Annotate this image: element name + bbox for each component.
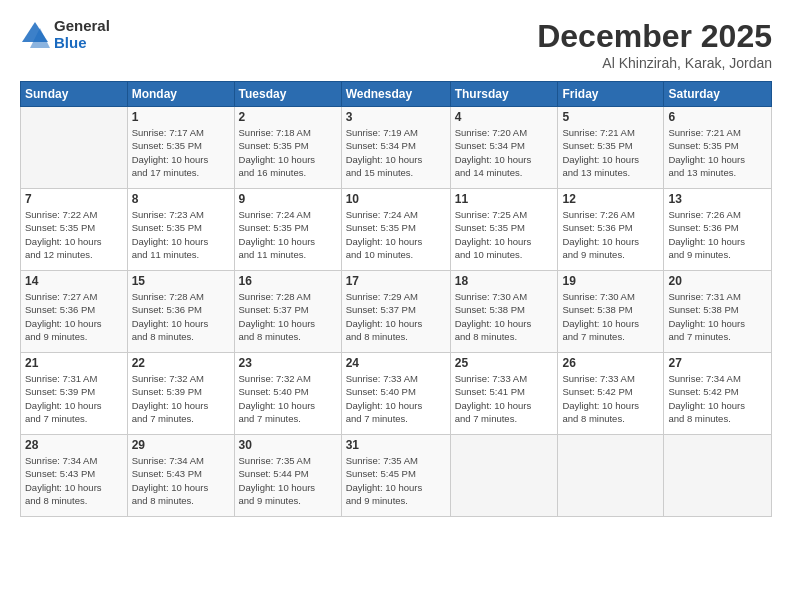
day-number: 1 — [132, 110, 230, 124]
calendar-week-row: 7Sunrise: 7:22 AM Sunset: 5:35 PM Daylig… — [21, 189, 772, 271]
calendar-header-row: SundayMondayTuesdayWednesdayThursdayFrid… — [21, 82, 772, 107]
day-number: 24 — [346, 356, 446, 370]
calendar-cell: 9Sunrise: 7:24 AM Sunset: 5:35 PM Daylig… — [234, 189, 341, 271]
day-info: Sunrise: 7:25 AM Sunset: 5:35 PM Dayligh… — [455, 208, 554, 261]
calendar-week-row: 14Sunrise: 7:27 AM Sunset: 5:36 PM Dayli… — [21, 271, 772, 353]
day-info: Sunrise: 7:30 AM Sunset: 5:38 PM Dayligh… — [562, 290, 659, 343]
calendar-cell: 16Sunrise: 7:28 AM Sunset: 5:37 PM Dayli… — [234, 271, 341, 353]
day-info: Sunrise: 7:30 AM Sunset: 5:38 PM Dayligh… — [455, 290, 554, 343]
day-number: 2 — [239, 110, 337, 124]
day-number: 6 — [668, 110, 767, 124]
calendar-cell: 5Sunrise: 7:21 AM Sunset: 5:35 PM Daylig… — [558, 107, 664, 189]
day-info: Sunrise: 7:21 AM Sunset: 5:35 PM Dayligh… — [668, 126, 767, 179]
day-number: 21 — [25, 356, 123, 370]
calendar-header-wednesday: Wednesday — [341, 82, 450, 107]
calendar-cell: 26Sunrise: 7:33 AM Sunset: 5:42 PM Dayli… — [558, 353, 664, 435]
day-info: Sunrise: 7:34 AM Sunset: 5:43 PM Dayligh… — [132, 454, 230, 507]
calendar-cell: 12Sunrise: 7:26 AM Sunset: 5:36 PM Dayli… — [558, 189, 664, 271]
day-number: 17 — [346, 274, 446, 288]
day-info: Sunrise: 7:18 AM Sunset: 5:35 PM Dayligh… — [239, 126, 337, 179]
day-number: 8 — [132, 192, 230, 206]
day-number: 27 — [668, 356, 767, 370]
day-number: 15 — [132, 274, 230, 288]
day-number: 13 — [668, 192, 767, 206]
day-info: Sunrise: 7:33 AM Sunset: 5:40 PM Dayligh… — [346, 372, 446, 425]
day-info: Sunrise: 7:33 AM Sunset: 5:42 PM Dayligh… — [562, 372, 659, 425]
calendar-cell: 15Sunrise: 7:28 AM Sunset: 5:36 PM Dayli… — [127, 271, 234, 353]
calendar-cell: 21Sunrise: 7:31 AM Sunset: 5:39 PM Dayli… — [21, 353, 128, 435]
logo-icon — [20, 20, 50, 50]
day-info: Sunrise: 7:31 AM Sunset: 5:38 PM Dayligh… — [668, 290, 767, 343]
day-info: Sunrise: 7:22 AM Sunset: 5:35 PM Dayligh… — [25, 208, 123, 261]
day-info: Sunrise: 7:28 AM Sunset: 5:37 PM Dayligh… — [239, 290, 337, 343]
calendar-table: SundayMondayTuesdayWednesdayThursdayFrid… — [20, 81, 772, 517]
day-number: 20 — [668, 274, 767, 288]
day-number: 18 — [455, 274, 554, 288]
day-info: Sunrise: 7:17 AM Sunset: 5:35 PM Dayligh… — [132, 126, 230, 179]
day-number: 28 — [25, 438, 123, 452]
day-number: 29 — [132, 438, 230, 452]
calendar-cell: 20Sunrise: 7:31 AM Sunset: 5:38 PM Dayli… — [664, 271, 772, 353]
calendar-cell: 24Sunrise: 7:33 AM Sunset: 5:40 PM Dayli… — [341, 353, 450, 435]
day-info: Sunrise: 7:34 AM Sunset: 5:43 PM Dayligh… — [25, 454, 123, 507]
day-info: Sunrise: 7:20 AM Sunset: 5:34 PM Dayligh… — [455, 126, 554, 179]
day-info: Sunrise: 7:19 AM Sunset: 5:34 PM Dayligh… — [346, 126, 446, 179]
day-info: Sunrise: 7:33 AM Sunset: 5:41 PM Dayligh… — [455, 372, 554, 425]
day-number: 14 — [25, 274, 123, 288]
day-info: Sunrise: 7:24 AM Sunset: 5:35 PM Dayligh… — [239, 208, 337, 261]
calendar-cell: 19Sunrise: 7:30 AM Sunset: 5:38 PM Dayli… — [558, 271, 664, 353]
calendar-cell: 7Sunrise: 7:22 AM Sunset: 5:35 PM Daylig… — [21, 189, 128, 271]
calendar-cell: 28Sunrise: 7:34 AM Sunset: 5:43 PM Dayli… — [21, 435, 128, 517]
day-number: 10 — [346, 192, 446, 206]
calendar-cell: 4Sunrise: 7:20 AM Sunset: 5:34 PM Daylig… — [450, 107, 558, 189]
day-info: Sunrise: 7:24 AM Sunset: 5:35 PM Dayligh… — [346, 208, 446, 261]
day-number: 16 — [239, 274, 337, 288]
calendar-cell: 17Sunrise: 7:29 AM Sunset: 5:37 PM Dayli… — [341, 271, 450, 353]
calendar-cell: 18Sunrise: 7:30 AM Sunset: 5:38 PM Dayli… — [450, 271, 558, 353]
logo-general: General — [54, 18, 110, 35]
day-info: Sunrise: 7:23 AM Sunset: 5:35 PM Dayligh… — [132, 208, 230, 261]
calendar-cell: 29Sunrise: 7:34 AM Sunset: 5:43 PM Dayli… — [127, 435, 234, 517]
page: General Blue December 2025 Al Khinzirah,… — [0, 0, 792, 612]
day-number: 7 — [25, 192, 123, 206]
day-number: 23 — [239, 356, 337, 370]
day-info: Sunrise: 7:26 AM Sunset: 5:36 PM Dayligh… — [562, 208, 659, 261]
day-info: Sunrise: 7:32 AM Sunset: 5:39 PM Dayligh… — [132, 372, 230, 425]
calendar-week-row: 28Sunrise: 7:34 AM Sunset: 5:43 PM Dayli… — [21, 435, 772, 517]
day-number: 11 — [455, 192, 554, 206]
calendar-week-row: 1Sunrise: 7:17 AM Sunset: 5:35 PM Daylig… — [21, 107, 772, 189]
day-number: 5 — [562, 110, 659, 124]
day-info: Sunrise: 7:29 AM Sunset: 5:37 PM Dayligh… — [346, 290, 446, 343]
calendar-cell — [558, 435, 664, 517]
day-number: 22 — [132, 356, 230, 370]
day-number: 9 — [239, 192, 337, 206]
day-number: 19 — [562, 274, 659, 288]
day-info: Sunrise: 7:21 AM Sunset: 5:35 PM Dayligh… — [562, 126, 659, 179]
day-number: 30 — [239, 438, 337, 452]
calendar-cell: 23Sunrise: 7:32 AM Sunset: 5:40 PM Dayli… — [234, 353, 341, 435]
calendar-cell: 27Sunrise: 7:34 AM Sunset: 5:42 PM Dayli… — [664, 353, 772, 435]
calendar-header-saturday: Saturday — [664, 82, 772, 107]
calendar-header-friday: Friday — [558, 82, 664, 107]
day-number: 4 — [455, 110, 554, 124]
day-info: Sunrise: 7:35 AM Sunset: 5:44 PM Dayligh… — [239, 454, 337, 507]
day-number: 31 — [346, 438, 446, 452]
day-number: 26 — [562, 356, 659, 370]
calendar-cell: 3Sunrise: 7:19 AM Sunset: 5:34 PM Daylig… — [341, 107, 450, 189]
calendar-cell: 30Sunrise: 7:35 AM Sunset: 5:44 PM Dayli… — [234, 435, 341, 517]
logo: General Blue — [20, 18, 110, 51]
day-info: Sunrise: 7:28 AM Sunset: 5:36 PM Dayligh… — [132, 290, 230, 343]
calendar-header-tuesday: Tuesday — [234, 82, 341, 107]
day-number: 3 — [346, 110, 446, 124]
calendar-cell — [21, 107, 128, 189]
calendar-cell: 31Sunrise: 7:35 AM Sunset: 5:45 PM Dayli… — [341, 435, 450, 517]
day-info: Sunrise: 7:26 AM Sunset: 5:36 PM Dayligh… — [668, 208, 767, 261]
calendar-header-monday: Monday — [127, 82, 234, 107]
day-number: 12 — [562, 192, 659, 206]
header: General Blue December 2025 Al Khinzirah,… — [20, 18, 772, 71]
calendar-cell: 22Sunrise: 7:32 AM Sunset: 5:39 PM Dayli… — [127, 353, 234, 435]
calendar-cell: 14Sunrise: 7:27 AM Sunset: 5:36 PM Dayli… — [21, 271, 128, 353]
logo-blue: Blue — [54, 35, 110, 52]
calendar-cell: 6Sunrise: 7:21 AM Sunset: 5:35 PM Daylig… — [664, 107, 772, 189]
day-info: Sunrise: 7:34 AM Sunset: 5:42 PM Dayligh… — [668, 372, 767, 425]
